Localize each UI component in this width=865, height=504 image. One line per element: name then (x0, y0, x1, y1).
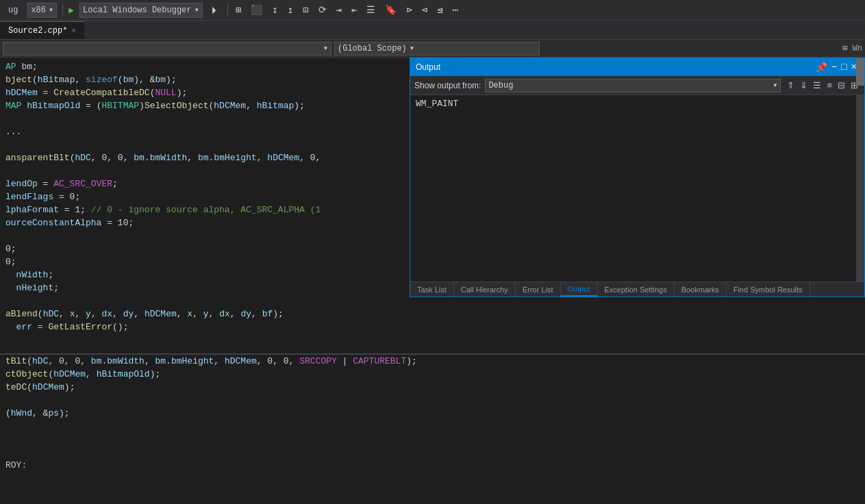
toolbar-icon-3[interactable]: ⬛ (249, 3, 264, 17)
output-btn-5[interactable]: ⊟ (836, 79, 847, 91)
toolbar-icon-15[interactable]: ⋯ (451, 3, 460, 17)
bottom-tab-find-symbol-results[interactable]: Find Symbol Results (727, 282, 810, 297)
toolbar-icon-13[interactable]: ⊲ (420, 3, 429, 17)
code-line (0, 420, 865, 433)
code-line (0, 433, 865, 446)
output-maximize-icon[interactable]: □ (839, 62, 849, 73)
output-btn-1[interactable]: ⇑ (785, 79, 797, 91)
toolbar-separator-2 (227, 4, 228, 16)
output-btn-2[interactable]: ⇓ (798, 79, 810, 91)
scope-dropdown-2[interactable]: (Global Scope) ▾ (334, 42, 540, 55)
toolbar-icon-12[interactable]: ⊳ (404, 3, 414, 17)
debug-menu[interactable]: ug (4, 4, 22, 16)
bottom-tab-call-hierarchy[interactable]: Call Hierarchy (454, 282, 516, 297)
tab-label: Source2.cpp* (8, 26, 67, 36)
toolbar-icon-9[interactable]: ⇤ (349, 3, 359, 17)
code-line: ROY: (0, 459, 865, 472)
scope-dropdown-1[interactable]: ▾ (3, 42, 331, 55)
tab-close-icon[interactable]: × (71, 27, 76, 35)
bottom-tabs: Task ListCall HierarchyError ListOutputE… (410, 281, 864, 297)
toolbar-separator-1 (62, 4, 63, 16)
tab-source2-cpp[interactable]: Source2.cpp* × (0, 21, 85, 39)
code-line: (hWnd, &ps); (0, 407, 865, 420)
code-line (0, 446, 865, 459)
output-toolbar: Show output from: Debug ▾ ⇑ ⇓ ☰ ≡ ⊟ ⊞ (410, 76, 864, 95)
bottom-tab-output[interactable]: Output (561, 282, 598, 297)
bottom-tab-error-list[interactable]: Error List (516, 282, 561, 297)
toolbar-icon-2[interactable]: ⊞ (234, 3, 243, 17)
output-toolbar-btns: ⇑ ⇓ ☰ ≡ ⊟ ⊞ (785, 79, 860, 91)
code-line: ctObject(hDCMem, hBitmapOld); (0, 368, 865, 381)
bottom-tab-bookmarks[interactable]: Bookmarks (675, 282, 727, 297)
scope-bar: ▾ (Global Scope) ▾ ⊞ Wn (0, 40, 865, 58)
output-source-value: Debug (488, 81, 513, 90)
toolbar-icon-7[interactable]: ⟳ (316, 3, 329, 17)
platform-dropdown[interactable]: x86 ▾ (27, 3, 57, 18)
output-content-wrapper: WM_PAINT (410, 95, 864, 281)
bottom-tab-task-list[interactable]: Task List (410, 282, 454, 297)
toolbar-icon-14[interactable]: ⊴ (435, 3, 444, 17)
main-area: AP bm;bject(hBitmap, sizeof(bm), &bm);hD… (0, 58, 865, 353)
toolbar-icon-4[interactable]: ↧ (270, 3, 279, 17)
output-pin-icon[interactable]: 📌 (814, 62, 829, 73)
output-panel-title: Output (416, 62, 814, 72)
bottom-code-area[interactable]: tBlt(hDC, 0, 0, bm.bmWidth, bm.bmHeight,… (0, 353, 865, 504)
output-minimize-icon[interactable]: − (829, 62, 839, 73)
output-content[interactable]: WM_PAINT (410, 95, 856, 281)
code-line (0, 394, 865, 407)
toolbar-icon-10[interactable]: ☰ (364, 3, 377, 17)
scope-right: ⊞ Wn (842, 43, 862, 53)
code-line: teDC(hDCMem); (0, 381, 865, 394)
play-button[interactable]: ▶ (68, 5, 74, 16)
show-output-label: Show output from: (414, 81, 481, 90)
toolbar-icon-5[interactable]: ↥ (286, 3, 295, 17)
output-panel-titlebar: Output 📌 − □ × (410, 58, 864, 76)
output-btn-4[interactable]: ≡ (825, 79, 834, 91)
toolbar-icon-6[interactable]: ⊡ (301, 3, 310, 17)
toolbar-icon-8[interactable]: ⇥ (334, 3, 344, 17)
code-line: tBlt(hDC, 0, 0, bm.bmWidth, bm.bmHeight,… (0, 355, 865, 368)
toolbar-icon-1[interactable]: ⏵ (208, 3, 222, 17)
bottom-tab-exception-settings[interactable]: Exception Settings (598, 282, 675, 297)
output-btn-3[interactable]: ☰ (811, 79, 823, 91)
debugger-dropdown[interactable]: Local Windows Debugger ▾ (79, 3, 203, 18)
main-toolbar: ug x86 ▾ ▶ Local Windows Debugger ▾ ⏵ ⊞ … (0, 0, 865, 21)
output-source-dropdown[interactable]: Debug ▾ (485, 79, 781, 92)
scope-value: (Global Scope) (338, 44, 407, 53)
output-panel: Output 📌 − □ × Show output from: Debug ▾… (410, 58, 865, 297)
code-line: err = GetLastError(); (0, 320, 865, 333)
code-line: aBlend(hDC, x, y, dx, dy, hDCMem, x, y, … (0, 307, 865, 320)
toolbar-icon-11[interactable]: 🔖 (383, 3, 399, 17)
tab-bar: Source2.cpp* × (0, 21, 865, 40)
output-text-line: WM_PAINT (416, 98, 851, 110)
output-scrollbar[interactable] (856, 95, 864, 281)
